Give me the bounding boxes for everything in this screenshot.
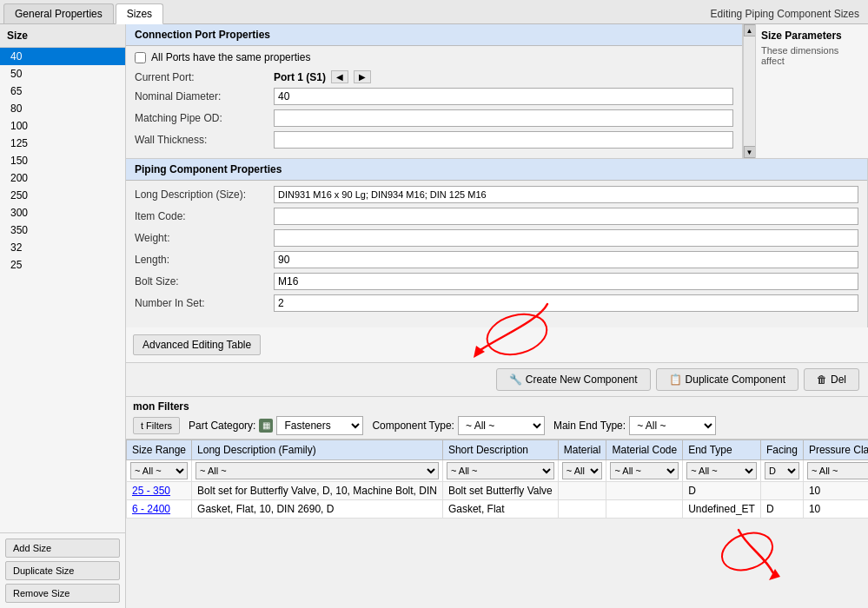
left-btn-duplicate-size[interactable]: Duplicate Size <box>5 561 120 580</box>
size-list-header: Size <box>0 24 125 48</box>
conn-field-row-2: Wall Thickness: <box>135 131 733 149</box>
action-buttons-bar: 🔧Create New Component📋Duplicate Componen… <box>126 363 868 397</box>
filter-select-col-4[interactable]: ~ All ~ <box>610 462 679 479</box>
size-item-250[interactable]: 250 <box>0 187 125 204</box>
size-item-32[interactable]: 32 <box>0 239 125 256</box>
size-item-200[interactable]: 200 <box>0 169 125 187</box>
col-header-short-description: Short Description <box>442 440 558 460</box>
action-btn-icon-2: 🗑 <box>817 373 827 386</box>
filter-select-col-5[interactable]: ~ All ~ <box>686 462 757 479</box>
port-prev-btn[interactable]: ◀ <box>331 70 348 83</box>
table-cell-1-2: Gasket, Flat <box>442 500 558 519</box>
scroll-down-arrow[interactable]: ▼ <box>744 146 756 158</box>
piping-input-0[interactable] <box>274 186 858 203</box>
action-btn-label-2: Del <box>831 373 846 386</box>
conn-input-2[interactable] <box>274 131 733 149</box>
piping-label-2: Weight: <box>135 232 274 244</box>
piping-input-4[interactable] <box>274 273 858 290</box>
part-category-label: Part Category: <box>189 420 255 432</box>
left-btn-add-size[interactable]: Add Size <box>5 539 120 558</box>
filter-area: mon Filters t Filters Part Category: ▦ F… <box>126 397 868 439</box>
filter-select-col-1[interactable]: ~ All ~ <box>195 462 439 479</box>
all-ports-checkbox[interactable] <box>135 52 146 63</box>
col-header-long-description-(family): Long Description (Family) <box>192 440 443 460</box>
conn-field-row-0: Nominal Diameter: <box>135 88 733 105</box>
main-end-type-select[interactable]: ~ All ~ <box>629 416 716 435</box>
size-range-link-0[interactable]: 25 - 350 <box>132 485 170 497</box>
filter-cell-1: ~ All ~ <box>192 460 443 482</box>
piping-props-panel: Piping Component Properties Long Descrip… <box>126 159 868 327</box>
advanced-editing-btn[interactable]: Advanced Editing Table <box>133 334 261 355</box>
size-item-65[interactable]: 65 <box>0 83 125 100</box>
size-range-link-1[interactable]: 6 - 2400 <box>132 503 170 515</box>
table-cell-1-1: Gasket, Flat, 10, DIN 2690, D <box>192 500 443 519</box>
tab-general-properties[interactable]: General Properties <box>3 3 114 23</box>
piping-field-row-5: Number In Set: <box>135 294 858 312</box>
col-header-facing: Facing <box>760 440 803 460</box>
data-table: Size RangeLong Description (Family)Short… <box>126 439 868 519</box>
filter-select-col-0[interactable]: ~ All ~ <box>130 462 188 479</box>
size-item-125[interactable]: 125 <box>0 135 125 152</box>
filter-btn[interactable]: t Filters <box>133 417 180 434</box>
conn-input-0[interactable] <box>274 88 733 105</box>
tab-sizes[interactable]: Sizes <box>116 3 163 24</box>
filter-row: t Filters Part Category: ▦ Fasteners Com… <box>133 416 861 435</box>
piping-input-2[interactable] <box>274 229 858 247</box>
left-btn-remove-size[interactable]: Remove Size <box>5 584 120 603</box>
size-item-350[interactable]: 350 <box>0 221 125 239</box>
part-category-select[interactable]: Fasteners <box>276 416 363 435</box>
scroll-up-arrow[interactable]: ▲ <box>744 24 756 36</box>
piping-input-5[interactable] <box>274 294 858 312</box>
filter-select-col-3[interactable]: ~ All ~ <box>562 462 603 479</box>
piping-props-content: Long Description (Size): Item Code: Weig… <box>126 181 867 321</box>
piping-input-3[interactable] <box>274 251 858 268</box>
editing-label: Editing Piping Component Sizes <box>702 4 868 23</box>
size-item-25[interactable]: 25 <box>0 256 125 274</box>
size-item-50[interactable]: 50 <box>0 65 125 83</box>
size-item-80[interactable]: 80 <box>0 100 125 117</box>
piping-field-row-1: Item Code: <box>135 208 858 225</box>
action-btn-del[interactable]: 🗑Del <box>804 368 859 391</box>
filter-cell-0: ~ All ~ <box>127 460 192 482</box>
action-btn-label-0: Create New Component <box>526 373 638 386</box>
piping-props-header: Piping Component Properties <box>126 159 867 181</box>
size-item-150[interactable]: 150 <box>0 152 125 169</box>
port-next-btn[interactable]: ▶ <box>354 70 371 83</box>
piping-input-1[interactable] <box>274 208 858 225</box>
main-end-type-label: Main End Type: <box>553 420 626 432</box>
size-list: 405065801001251502002503003503225 <box>0 48 125 532</box>
component-type-select[interactable]: ~ All ~ <box>458 416 545 435</box>
conn-scrollbar: ▲ ▼ <box>743 24 755 158</box>
piping-field-row-4: Bolt Size: <box>135 273 858 290</box>
table-cell-0-6 <box>760 482 803 500</box>
col-header-size-range: Size Range <box>127 440 192 460</box>
filter-cells-row: ~ All ~~ All ~~ All ~~ All ~~ All ~~ All… <box>127 460 869 482</box>
conn-label-2: Wall Thickness: <box>135 134 274 146</box>
filter-select-col-7[interactable]: ~ All ~ <box>807 462 868 479</box>
size-item-100[interactable]: 100 <box>0 117 125 135</box>
filter-select-col-2[interactable]: ~ All ~ <box>447 462 554 479</box>
piping-fields: Long Description (Size): Item Code: Weig… <box>135 186 858 312</box>
action-btn-duplicate-component[interactable]: 📋Duplicate Component <box>656 368 798 391</box>
size-item-40[interactable]: 40 <box>0 48 125 65</box>
table-cell-0-0[interactable]: 25 - 350 <box>127 482 192 500</box>
data-table-area: Size RangeLong Description (Family)Short… <box>126 439 868 608</box>
size-item-300[interactable]: 300 <box>0 204 125 221</box>
table-cell-0-4 <box>606 482 683 500</box>
filter-select-col-6[interactable]: D <box>765 462 799 479</box>
action-btn-create-new-component[interactable]: 🔧Create New Component <box>496 368 651 391</box>
piping-field-row-2: Weight: <box>135 229 858 247</box>
table-cell-0-2: Bolt set Butterfly Valve <box>442 482 558 500</box>
conn-input-1[interactable] <box>274 109 733 127</box>
table-cell-1-0[interactable]: 6 - 2400 <box>127 500 192 519</box>
current-port-value: Port 1 (S1) <box>274 71 326 83</box>
connection-port-panel: Connection Port Properties All Ports hav… <box>126 24 743 158</box>
main-layout: Size 405065801001251502002503003503225 A… <box>0 24 868 608</box>
action-btn-label-1: Duplicate Component <box>686 373 785 386</box>
fasteners-icon: ▦ <box>259 419 273 433</box>
table-cell-0-3 <box>558 482 606 500</box>
current-port-row: Current Port: Port 1 (S1) ◀ ▶ <box>135 70 733 83</box>
col-header-material-code: Material Code <box>606 440 683 460</box>
action-btn-icon-0: 🔧 <box>509 373 522 386</box>
table-row-0: 25 - 350Bolt set for Butterfly Valve, D,… <box>127 482 869 500</box>
